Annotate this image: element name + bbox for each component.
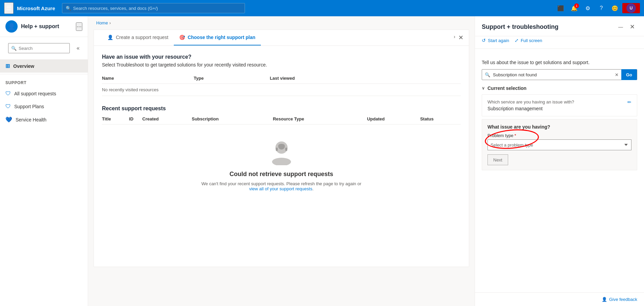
avatar: U xyxy=(626,3,636,13)
user-menu[interactable]: U xyxy=(622,3,640,13)
sidebar-item-service-health[interactable]: 💙 Service Health xyxy=(0,113,88,126)
right-panel-title: Support + troubleshooting xyxy=(482,23,558,31)
recent-support-section: Recent support requests Title ID Created… xyxy=(102,106,461,205)
search-icon: 🔍 xyxy=(66,6,71,11)
sidebar-section-support: Support xyxy=(0,76,88,87)
empty-title: Could not retrieve support requests xyxy=(229,171,333,178)
sidebar-more-button[interactable]: ··· xyxy=(76,22,82,31)
col-created: Created xyxy=(142,114,192,125)
scroll-right-button[interactable]: › xyxy=(454,34,455,39)
close-right-panel-button[interactable]: ✕ xyxy=(627,22,637,32)
health-icon: 💙 xyxy=(5,116,12,123)
start-again-label: Start again xyxy=(488,38,509,43)
give-feedback-button[interactable]: 👤 Give feedback xyxy=(602,297,637,302)
global-search[interactable]: 🔍 xyxy=(62,3,245,13)
notification-icon[interactable]: 🔔 1 xyxy=(568,2,580,14)
topbar-icons: ⬛ 🔔 1 ⚙ ? 😊 U xyxy=(555,2,640,14)
current-selection-label: Current selection xyxy=(487,85,526,91)
view-all-link[interactable]: view all of your support requests xyxy=(249,186,312,191)
svg-rect-3 xyxy=(276,148,278,151)
col-title: Title xyxy=(102,114,129,125)
main-panel: 👤 Create a support request 🎯 Choose the … xyxy=(94,30,469,267)
rp-search-icon: 🔍 xyxy=(482,72,493,77)
empty-desc: We can't find your recent support reques… xyxy=(200,181,363,191)
problem-type-select[interactable]: Select a problem type xyxy=(487,139,631,150)
sidebar: 👤 Help + support ··· 🔍 « ⊞ Overview Supp… xyxy=(0,16,88,306)
problem-type-label: Problem type * xyxy=(487,133,631,138)
col-name: Name xyxy=(102,73,194,84)
empty-state: Could not retrieve support requests We c… xyxy=(102,125,461,205)
start-again-button[interactable]: ↺ Start again xyxy=(482,36,509,44)
tab-create-support[interactable]: 👤 Create a support request xyxy=(102,30,174,45)
next-button[interactable]: Next xyxy=(487,154,508,165)
main-panel-header: 👤 Create a support request 🎯 Choose the … xyxy=(94,30,469,46)
sidebar-nav: ⊞ Overview Support 🛡 All support request… xyxy=(0,59,88,306)
sidebar-item-all-support[interactable]: 🛡 All support requests xyxy=(0,87,88,100)
go-button[interactable]: Go xyxy=(621,69,637,80)
col-subscription: Subscription xyxy=(192,114,273,125)
recent-section-title: Recent support requests xyxy=(102,106,461,112)
overview-icon: ⊞ xyxy=(5,63,10,69)
choose-plan-icon: 🎯 xyxy=(179,35,185,40)
sidebar-search-icon: 🔍 xyxy=(11,46,17,51)
no-data-label: No recently visited resources xyxy=(102,84,461,96)
help-icon[interactable]: ? xyxy=(595,2,607,14)
issue-question: What issue are you having? xyxy=(487,124,631,130)
required-marker: * xyxy=(515,133,516,138)
settings-icon[interactable]: ⚙ xyxy=(582,2,594,14)
sidebar-item-support-plans[interactable]: 🛡 Support Plans xyxy=(0,100,88,113)
resource-section-title: Have an issue with your resource? xyxy=(102,54,461,60)
search-input[interactable] xyxy=(73,6,241,11)
sidebar-item-label-overview: Overview xyxy=(13,63,34,69)
rp-search-container[interactable]: 🔍 ✕ Go xyxy=(482,69,637,80)
breadcrumb-home[interactable]: Home xyxy=(96,20,108,25)
hamburger-icon[interactable]: ☰ xyxy=(4,2,14,14)
rp-search-clear-button[interactable]: ✕ xyxy=(612,72,621,77)
fullscreen-icon: ⤢ xyxy=(515,38,519,43)
sidebar-search[interactable]: 🔍 xyxy=(8,43,70,53)
main-content: Home › 👤 Create a support request 🎯 Choo… xyxy=(88,16,475,306)
edit-service-button[interactable]: ✏ xyxy=(627,99,631,105)
sidebar-title: Help + support xyxy=(21,23,59,30)
col-id: ID xyxy=(129,114,142,125)
feedback-label: Give feedback xyxy=(609,297,637,302)
sidebar-item-overview[interactable]: ⊞ Overview xyxy=(0,59,88,73)
sidebar-item-label-plans: Support Plans xyxy=(14,104,44,109)
close-main-panel-button[interactable]: ✕ xyxy=(458,34,463,41)
minimize-button[interactable]: — xyxy=(616,22,626,32)
create-support-icon: 👤 xyxy=(107,35,113,40)
breadcrumb-sep: › xyxy=(109,20,111,25)
sidebar-header: 👤 Help + support ··· xyxy=(0,16,88,37)
cloud-shell-icon[interactable]: ⬛ xyxy=(555,2,567,14)
col-last-viewed: Last viewed xyxy=(270,73,461,84)
col-type: Type xyxy=(194,73,270,84)
service-answer: Subscription management xyxy=(487,106,631,111)
full-screen-label: Full screen xyxy=(521,38,542,43)
current-selection-section: ∨ Current selection ✏ Which service are … xyxy=(482,85,637,170)
full-screen-button[interactable]: ⤢ Full screen xyxy=(515,36,542,44)
recent-requests-table: Title ID Created Subscription Resource T… xyxy=(102,114,461,125)
rp-search-input[interactable] xyxy=(493,72,612,77)
plans-icon: 🛡 xyxy=(5,103,11,110)
feedback-icon[interactable]: 😊 xyxy=(609,2,621,14)
sidebar-search-input[interactable] xyxy=(19,46,67,51)
resource-table: Name Type Last viewed No recently visite… xyxy=(102,73,461,96)
chevron-down-icon[interactable]: ∨ xyxy=(482,86,485,91)
brand-name: Microsoft Azure xyxy=(17,5,55,11)
tab-choose-plan[interactable]: 🎯 Choose the right support plan xyxy=(174,30,261,45)
topbar: ☰ Microsoft Azure 🔍 ⬛ 🔔 1 ⚙ ? 😊 U xyxy=(0,0,644,16)
svg-point-1 xyxy=(272,158,291,165)
help-support-icon: 👤 xyxy=(5,20,18,33)
sidebar-collapse-button[interactable]: « xyxy=(77,45,80,51)
support-requests-icon: 🛡 xyxy=(5,91,11,97)
right-panel-body: Tell us about the issue to get solutions… xyxy=(475,54,644,292)
service-question: Which service are you having an issue wi… xyxy=(487,99,631,104)
svg-rect-4 xyxy=(285,148,287,151)
tab-create-support-label: Create a support request xyxy=(116,35,168,40)
rp-description: Tell us about the issue to get solutions… xyxy=(482,60,637,65)
right-panel-footer: 👤 Give feedback xyxy=(475,292,644,306)
sidebar-item-label-all-support: All support requests xyxy=(14,91,56,96)
refresh-icon: ↺ xyxy=(482,38,486,43)
empty-state-icon xyxy=(268,138,295,165)
tab-choose-plan-label: Choose the right support plan xyxy=(188,35,255,40)
